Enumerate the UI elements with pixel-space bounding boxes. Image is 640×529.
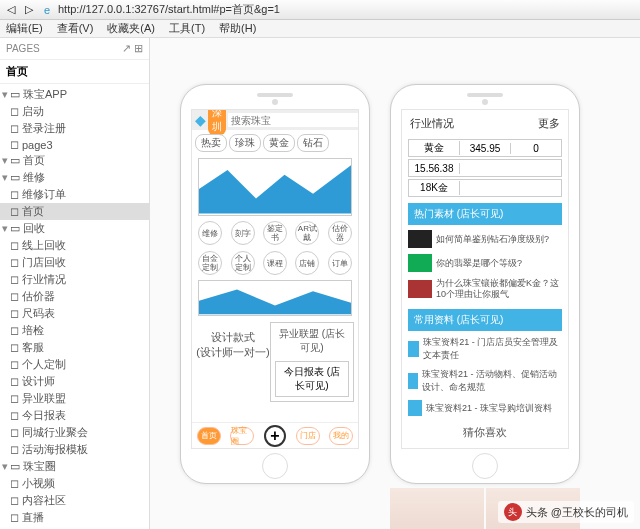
- tab[interactable]: 热卖: [195, 134, 227, 152]
- forward-icon[interactable]: ▷: [22, 3, 36, 17]
- add-button[interactable]: +: [264, 425, 286, 447]
- tree-node[interactable]: ◻小视频: [0, 475, 149, 492]
- tree-node[interactable]: ◻启动: [0, 103, 149, 120]
- design-block[interactable]: 设计款式 (设计师一对一): [196, 322, 270, 402]
- diamond-icon: ◆: [195, 112, 206, 128]
- url-text[interactable]: http://127.0.0.1:32767/start.html#p=首页&g…: [58, 2, 280, 17]
- tree-node[interactable]: ◻首页: [0, 203, 149, 220]
- section-docs: 常用资料 (店长可见): [408, 309, 562, 331]
- mini-chart: [198, 280, 352, 316]
- sidebar-title: 首页: [0, 60, 149, 84]
- service-row-1: 维修刻字鉴定书AR试戴估价器: [192, 218, 358, 248]
- watermark: 头 头条 @王校长的司机: [498, 501, 634, 523]
- price-row: 黄金345.950: [408, 139, 562, 157]
- service-btn[interactable]: 刻字: [231, 221, 255, 245]
- price-row: 18K金: [408, 179, 562, 197]
- tree-node[interactable]: ◻今日报表: [0, 407, 149, 424]
- menu-view[interactable]: 查看(V): [57, 21, 94, 36]
- sidebar-tools[interactable]: ↗ ⊞: [122, 42, 143, 55]
- nav-item[interactable]: 珠宝圈: [230, 427, 254, 445]
- ie-icon: e: [40, 3, 54, 17]
- tree-node[interactable]: ▾▭首页: [0, 152, 149, 169]
- doc-item[interactable]: 珠宝资料21 - 活动物料、促销活动设计、命名规范: [402, 365, 568, 397]
- tree-node[interactable]: ▾▭珠宝圈: [0, 458, 149, 475]
- tree-node[interactable]: ◻内容社区: [0, 492, 149, 509]
- search-bar: ◆ 深圳 全部: [192, 110, 358, 130]
- tree-node[interactable]: ◻登录注册: [0, 120, 149, 137]
- service-row-2: 自金定制个人定制课程店铺订单: [192, 248, 358, 278]
- report-button[interactable]: 今日报表 (店长可见): [275, 361, 349, 397]
- material-item[interactable]: 你的翡翠是哪个等级?: [402, 251, 568, 275]
- doc-item[interactable]: 珠宝资料21 - 珠宝导购培训资料: [402, 397, 568, 419]
- tree-node[interactable]: ◻门店回收: [0, 254, 149, 271]
- tab[interactable]: 黄金: [263, 134, 295, 152]
- svg-point-1: [308, 167, 318, 177]
- browser-titlebar: ◁ ▷ e http://127.0.0.1:32767/start.html#…: [0, 0, 640, 20]
- avatar-icon: 头: [504, 503, 522, 521]
- section-materials: 热门素材 (店长可见): [408, 203, 562, 225]
- design-canvas: ◆ 深圳 全部 热卖珍珠黄金钻石 维修刻字鉴定书AR试戴估价器 自金定制个人定制…: [150, 38, 640, 529]
- tree-node[interactable]: ◻行业情况: [0, 271, 149, 288]
- sidebar-heading: PAGES: [6, 43, 40, 54]
- tree-node[interactable]: ◻page3: [0, 137, 149, 152]
- tree-node[interactable]: ▾▭回收: [0, 220, 149, 237]
- phone-mockup-1: ◆ 深圳 全部 热卖珍珠黄金钻石 维修刻字鉴定书AR试戴估价器 自金定制个人定制…: [180, 84, 370, 484]
- tree-node[interactable]: ◻尺码表: [0, 305, 149, 322]
- alliance-block: 异业联盟 (店长可见) 今日报表 (店长可见): [270, 322, 354, 402]
- tree-node[interactable]: ▾▭维修: [0, 169, 149, 186]
- service-btn[interactable]: 自金定制: [198, 251, 222, 275]
- service-btn[interactable]: 个人定制: [231, 251, 255, 275]
- tree-node[interactable]: ◻维修订单: [0, 186, 149, 203]
- location-tag[interactable]: 深圳: [208, 109, 226, 135]
- tree-node[interactable]: ▾▭珠宝APP: [0, 86, 149, 103]
- banner-chart: [198, 158, 352, 216]
- tree-node[interactable]: ◻同城行业聚会: [0, 424, 149, 441]
- nav-item[interactable]: 我的: [329, 427, 353, 445]
- tree-node[interactable]: ◻直播: [0, 509, 149, 526]
- material-item[interactable]: 为什么珠宝镶嵌都偏爱K金？这10个理由让你服气: [402, 275, 568, 303]
- service-btn[interactable]: 鉴定书: [263, 221, 287, 245]
- service-btn[interactable]: AR试戴: [295, 221, 319, 245]
- tree-node[interactable]: ◻异业联盟: [0, 390, 149, 407]
- price-row: 15.56.38: [408, 159, 562, 177]
- nav-item[interactable]: 首页: [197, 427, 221, 445]
- service-btn[interactable]: 店铺: [295, 251, 319, 275]
- svg-marker-2: [199, 289, 351, 314]
- service-btn[interactable]: 估价器: [328, 221, 352, 245]
- tab[interactable]: 钻石: [297, 134, 329, 152]
- service-btn[interactable]: 订单: [328, 251, 352, 275]
- service-btn[interactable]: 维修: [198, 221, 222, 245]
- material-item[interactable]: 如何简单鉴别钻石净度级别?: [402, 227, 568, 251]
- menu-edit[interactable]: 编辑(E): [6, 21, 43, 36]
- tree-node[interactable]: ◻客服: [0, 339, 149, 356]
- phone-mockup-2: 行业情况 更多 黄金345.95015.56.3818K金 热门素材 (店长可见…: [390, 84, 580, 484]
- home-button-icon: [262, 453, 288, 479]
- tree-node[interactable]: ◻个人定制: [0, 356, 149, 373]
- menu-tools[interactable]: 工具(T): [169, 21, 205, 36]
- svg-marker-0: [199, 165, 351, 213]
- tree-node[interactable]: ◻设计师: [0, 373, 149, 390]
- home-button-icon: [472, 453, 498, 479]
- recommend-title: 猜你喜欢: [402, 419, 568, 446]
- menu-help[interactable]: 帮助(H): [219, 21, 256, 36]
- page-title: 行业情况: [410, 116, 454, 131]
- tab[interactable]: 珍珠: [229, 134, 261, 152]
- tree-node[interactable]: ◻估价器: [0, 288, 149, 305]
- service-btn[interactable]: 课程: [263, 251, 287, 275]
- back-icon[interactable]: ◁: [4, 3, 18, 17]
- bottom-nav: 首页珠宝圈+门店我的: [192, 422, 358, 448]
- browser-menubar: 编辑(E) 查看(V) 收藏夹(A) 工具(T) 帮助(H): [0, 20, 640, 38]
- doc-item[interactable]: 珠宝资料21 - 门店店员安全管理及文本责任: [402, 333, 568, 365]
- pages-sidebar: PAGES ↗ ⊞ 首页 ▾▭珠宝APP◻启动◻登录注册◻page3▾▭首页▾▭…: [0, 38, 150, 529]
- category-tabs: 热卖珍珠黄金钻石: [192, 130, 358, 156]
- tree-node[interactable]: ◻线上回收: [0, 237, 149, 254]
- search-input[interactable]: [228, 113, 359, 127]
- page-tree[interactable]: ▾▭珠宝APP◻启动◻登录注册◻page3▾▭首页▾▭维修◻维修订单◻首页▾▭回…: [0, 84, 149, 529]
- nav-item[interactable]: 门店: [296, 427, 320, 445]
- menu-fav[interactable]: 收藏夹(A): [107, 21, 155, 36]
- tree-node[interactable]: ◻培检: [0, 322, 149, 339]
- more-link[interactable]: 更多: [538, 116, 560, 131]
- tree-node[interactable]: ◻活动海报模板: [0, 441, 149, 458]
